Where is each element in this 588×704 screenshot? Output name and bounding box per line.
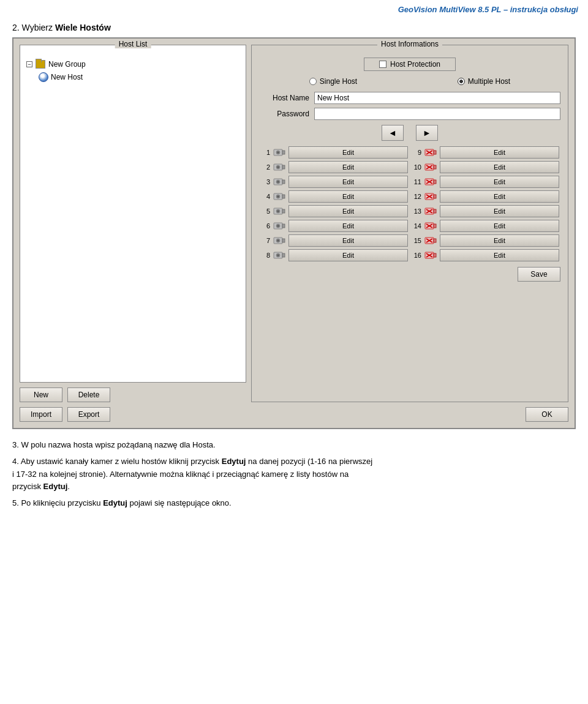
svg-rect-5 (282, 165, 285, 169)
svg-point-11 (277, 181, 279, 183)
cam-edit-btn-6[interactable]: Edit (288, 220, 408, 232)
camera-row-10: 10 Edit (410, 160, 560, 174)
paragraph-3: 3. W polu nazwa hosta wpisz pożądaną naz… (12, 439, 576, 452)
cam-edit-btn-1[interactable]: Edit (288, 146, 408, 159)
host-protection-row: Host Protection (259, 58, 560, 71)
svg-rect-21 (282, 224, 285, 228)
cam-icon-15 (424, 235, 437, 246)
host-info-inner: Host Informations Host Protection Single… (251, 45, 568, 402)
tree-host-label: New Host (51, 73, 83, 81)
host-info-title: Host Informations (377, 40, 442, 48)
new-button[interactable]: New (20, 388, 62, 402)
svg-rect-37 (434, 165, 436, 169)
header-title: GeoVision MultiView 8.5 PL – instrukcja … (398, 5, 578, 14)
camera-row-5: 5 Edit (259, 204, 409, 218)
password-row: Password (259, 108, 560, 120)
cam-icon-12 (424, 191, 437, 202)
cam-edit-btn-2[interactable]: Edit (288, 161, 408, 173)
delete-button[interactable]: Delete (67, 388, 110, 402)
camera-row-16: 16 Edit (410, 249, 560, 262)
camera-row-9: 9 Edit (410, 146, 560, 159)
svg-rect-29 (282, 253, 285, 257)
cam-num-1: 1 (260, 149, 270, 156)
cam-icon-14 (424, 220, 437, 231)
dialog-inner: Host List − New Group New Host (20, 45, 568, 402)
cam-edit-btn-12[interactable]: Edit (440, 190, 559, 203)
svg-point-7 (277, 167, 279, 168)
camera-row-4: 4 Edit (259, 190, 409, 203)
camera-row-2: 2 Edit (259, 160, 409, 174)
camera-row-8: 8 Edit (259, 249, 409, 262)
svg-rect-45 (434, 195, 436, 198)
cam-icon-7 (273, 235, 286, 246)
cam-icon-2 (273, 162, 286, 173)
section-intro-bold: Wiele Hostów (55, 23, 111, 32)
cam-edit-btn-11[interactable]: Edit (440, 176, 559, 188)
save-row: Save (259, 267, 560, 282)
section-title: 2. Wybierz Wiele Hostów (0, 17, 588, 37)
svg-point-19 (277, 211, 279, 212)
nav-row: ◄ ► (259, 125, 560, 141)
cam-edit-btn-7[interactable]: Edit (288, 234, 408, 247)
svg-rect-1 (282, 151, 285, 154)
cam-num-10: 10 (412, 163, 421, 171)
cam-edit-btn-14[interactable]: Edit (440, 220, 559, 232)
tree-host-row[interactable]: New Host (26, 71, 239, 83)
cam-num-7: 7 (260, 237, 270, 244)
cam-num-16: 16 (412, 252, 421, 259)
cam-icon-5 (273, 206, 286, 217)
host-protection-box: Host Protection (364, 58, 456, 71)
cam-edit-btn-13[interactable]: Edit (440, 205, 559, 217)
host-list-buttons: New Delete (20, 383, 246, 402)
svg-rect-17 (282, 209, 285, 213)
cam-icon-16 (424, 250, 437, 261)
cam-edit-btn-10[interactable]: Edit (440, 161, 559, 173)
tree-expand-icon[interactable]: − (26, 61, 32, 67)
cam-edit-btn-15[interactable]: Edit (440, 234, 559, 247)
cam-icon-8 (273, 250, 286, 261)
cam-num-11: 11 (412, 178, 421, 185)
host-info-panel: Host Informations Host Protection Single… (251, 45, 568, 402)
password-input[interactable] (314, 108, 560, 120)
host-name-input[interactable] (314, 92, 560, 104)
tree-group-label: New Group (48, 60, 86, 69)
cam-edit-btn-16[interactable]: Edit (440, 249, 559, 261)
svg-point-31 (277, 255, 279, 257)
body-text: 3. W polu nazwa hosta wpisz pożądaną naz… (0, 429, 588, 517)
radio-single-host[interactable]: Single Host (309, 77, 357, 86)
host-protection-checkbox[interactable] (379, 61, 386, 68)
host-list-title: Host List (115, 40, 151, 48)
ok-button[interactable]: OK (526, 407, 568, 422)
cam-edit-btn-4[interactable]: Edit (288, 190, 408, 203)
cam-icon-9 (424, 147, 437, 158)
svg-point-27 (277, 240, 279, 242)
camera-row-15: 15 Edit (410, 234, 560, 247)
bottom-right-buttons: OK (526, 407, 568, 422)
cam-num-14: 14 (412, 222, 421, 230)
cam-num-2: 2 (260, 163, 270, 171)
host-icon (39, 72, 48, 82)
next-button[interactable]: ► (416, 125, 438, 141)
prev-button[interactable]: ◄ (382, 125, 404, 141)
cam-edit-btn-5[interactable]: Edit (288, 205, 408, 217)
cam-num-12: 12 (412, 193, 421, 200)
import-button[interactable]: Import (20, 407, 62, 422)
cam-icon-1 (273, 147, 286, 158)
dialog-bottom: Import Export OK (20, 402, 568, 422)
camera-row-14: 14 Edit (410, 219, 560, 233)
svg-rect-41 (434, 180, 436, 184)
svg-rect-61 (434, 253, 436, 257)
radio-multiple-label: Multiple Host (468, 77, 510, 86)
cam-edit-btn-8[interactable]: Edit (288, 249, 408, 261)
save-button[interactable]: Save (518, 267, 560, 282)
svg-rect-53 (434, 224, 436, 228)
cam-edit-btn-9[interactable]: Edit (440, 146, 559, 159)
camera-row-3: 3 Edit (259, 175, 409, 189)
cam-icon-10 (424, 162, 437, 173)
export-button[interactable]: Export (67, 407, 110, 422)
cam-icon-6 (273, 220, 286, 231)
password-label: Password (259, 110, 314, 118)
radio-single-label: Single Host (320, 77, 357, 86)
cam-edit-btn-3[interactable]: Edit (288, 176, 408, 188)
radio-multiple-host[interactable]: Multiple Host (458, 77, 510, 86)
